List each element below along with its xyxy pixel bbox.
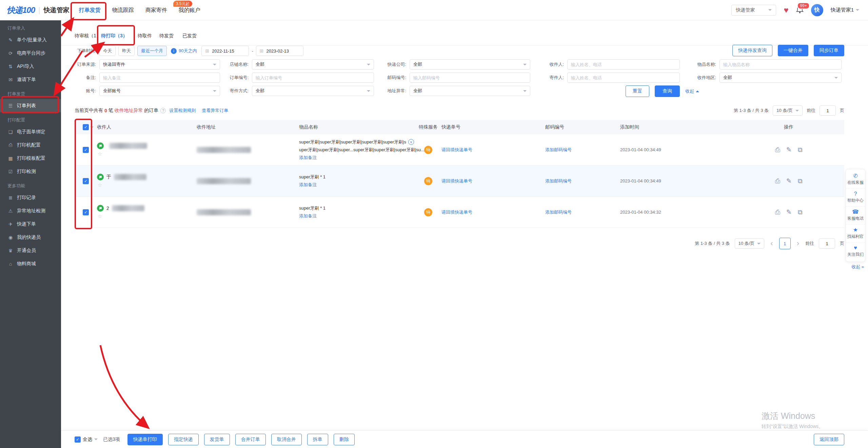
- select-all-checkbox[interactable]: [75, 436, 81, 443]
- follow-us-item[interactable]: ♥关注我们: [846, 242, 865, 260]
- fill-tracking-link[interactable]: 请回填快递单号: [441, 147, 472, 153]
- delete-button[interactable]: 删除: [334, 434, 355, 445]
- edit-icon[interactable]: ✎: [786, 147, 792, 153]
- help-question-icon[interactable]: ?: [160, 108, 166, 113]
- collapse-float-panel-link[interactable]: 收起: [851, 264, 864, 270]
- nav-item-print-ship[interactable]: 打单发货: [79, 0, 101, 20]
- sidebar-item-api-import[interactable]: ⇅API导入: [0, 60, 61, 73]
- sidebar-item-print-check[interactable]: ☑打印检测: [0, 165, 61, 178]
- cancel-merge-button[interactable]: 取消合并: [271, 434, 302, 445]
- assign-express-button[interactable]: 指定快递: [168, 434, 199, 445]
- sidebar-item-esheet-bind[interactable]: ❏电子面单绑定: [0, 125, 61, 138]
- workspace-select[interactable]: 快递管家: [731, 5, 776, 16]
- collapse-filters-link[interactable]: 收起: [685, 88, 699, 94]
- sidebar-item-single-batch-entry[interactable]: ✎单个/批量录入: [0, 33, 61, 46]
- reset-button[interactable]: 重置: [626, 85, 649, 97]
- star-icon[interactable]: ☆: [98, 213, 144, 219]
- sidebar-item-order-list[interactable]: ☰订单列表: [0, 99, 61, 112]
- row-checkbox[interactable]: [83, 147, 89, 153]
- split-order-button[interactable]: 拆单: [307, 434, 328, 445]
- sync-orders-button[interactable]: 同步订单: [814, 45, 844, 56]
- add-note-link[interactable]: 添加备注: [299, 213, 326, 219]
- favorite-heart-icon[interactable]: ♥: [784, 6, 788, 14]
- add-sheet-link[interactable]: 添加邮码编号: [545, 209, 572, 215]
- search-button[interactable]: 查询: [655, 85, 680, 97]
- sidebar-item-my-courier[interactable]: ◉我的快递员: [0, 231, 61, 244]
- goto-page-input[interactable]: [819, 238, 835, 249]
- welfare-officer-item[interactable]: ★找福利官: [846, 225, 865, 242]
- row-checkbox[interactable]: [83, 178, 89, 184]
- star-icon[interactable]: ☆: [98, 151, 147, 157]
- sidebar-item-invite-order[interactable]: ✉邀请下单: [0, 73, 61, 86]
- recipient-area-select[interactable]: 全部: [719, 73, 842, 83]
- add-sheet-link[interactable]: 添加邮码编号: [545, 147, 572, 153]
- account-menu[interactable]: 快递管家1: [831, 7, 859, 13]
- fill-tracking-link[interactable]: 请回填快递单号: [441, 209, 472, 215]
- add-sheet-link[interactable]: 添加邮码编号: [545, 178, 572, 184]
- time-quick-last-month[interactable]: 最近一个月: [137, 46, 167, 56]
- sidebar-item-vip[interactable]: ♛开通会员: [0, 244, 61, 257]
- print-icon[interactable]: ⎙: [775, 178, 780, 184]
- page-size-select[interactable]: 10 条/页: [773, 105, 803, 116]
- print-waybill-button[interactable]: 快递单打印: [127, 434, 163, 445]
- address-anomaly-select[interactable]: 全部: [410, 86, 530, 96]
- sidebar-item-address-check[interactable]: ⚠异常地址检测: [0, 204, 61, 217]
- send-method-select[interactable]: 全部: [252, 86, 374, 96]
- remark-input[interactable]: [103, 75, 216, 80]
- sidebar-item-express-order[interactable]: ✈快递下单: [0, 217, 61, 231]
- tab-pending-pickup[interactable]: 待取件: [138, 26, 152, 45]
- merge-orders-button[interactable]: 合并订单: [235, 434, 266, 445]
- tab-pending-review[interactable]: 待审核（1）: [75, 26, 101, 45]
- sheet-no-input[interactable]: [413, 75, 527, 80]
- back-to-top-button[interactable]: 返回顶部: [814, 434, 844, 445]
- notification-bell[interactable]: 99+: [796, 5, 804, 15]
- prev-page-button[interactable]: ‹: [769, 239, 774, 248]
- avatar[interactable]: 快: [811, 4, 823, 16]
- selection-menu-icon[interactable]: [90, 126, 94, 130]
- sidebar-item-ecommerce-sync[interactable]: ⟳电商平台同步: [0, 46, 61, 60]
- view-anomaly-orders-link[interactable]: 查看异常订单: [202, 108, 228, 114]
- order-no-input[interactable]: [256, 75, 370, 80]
- copy-icon[interactable]: ⧉: [798, 178, 803, 184]
- time-quick-yesterday[interactable]: 昨天: [118, 46, 135, 56]
- account-select[interactable]: 全部账号: [99, 86, 220, 96]
- set-check-rules-link[interactable]: 设置检测规则: [169, 108, 196, 114]
- row-checkbox[interactable]: [83, 209, 89, 215]
- date-from-picker[interactable]: ⊞2022-11-15: [201, 46, 249, 56]
- page-size-select[interactable]: 10 条/页: [735, 238, 765, 249]
- tab-shipped[interactable]: 已发货: [182, 26, 197, 45]
- next-page-button[interactable]: ›: [795, 239, 801, 248]
- copy-icon[interactable]: ⧉: [798, 147, 803, 153]
- copy-icon[interactable]: ⧉: [798, 209, 803, 215]
- fill-tracking-link[interactable]: 请回填快递单号: [441, 178, 472, 184]
- expand-goods-icon[interactable]: ∨: [408, 139, 414, 145]
- shipping-list-button[interactable]: 发货单: [204, 434, 230, 445]
- sidebar-item-print-records[interactable]: ≣打印记录: [0, 191, 61, 204]
- shop-name-select[interactable]: 全部: [252, 59, 374, 70]
- order-source-select[interactable]: 快递回寄件: [99, 59, 220, 70]
- goto-page-input[interactable]: [820, 105, 836, 116]
- sidebar-item-printer-config[interactable]: ⎙打印机配置: [0, 138, 61, 152]
- sender-input[interactable]: [571, 75, 676, 80]
- date-to-picker[interactable]: ⊞2023-02-13: [256, 46, 303, 56]
- service-phone-item[interactable]: ☎客服电话: [846, 207, 865, 225]
- current-page-button[interactable]: 1: [779, 238, 791, 249]
- edit-icon[interactable]: ✎: [786, 209, 792, 215]
- online-service-item[interactable]: ✆在线客服: [846, 171, 865, 189]
- one-key-merge-button[interactable]: 一键合并: [778, 45, 808, 56]
- tab-pending-ship[interactable]: 待发货: [159, 26, 174, 45]
- nav-item-merchant-send[interactable]: 商家寄件: [145, 0, 167, 20]
- express-company-select[interactable]: 全部: [410, 59, 530, 70]
- recipient-input[interactable]: [571, 62, 676, 67]
- add-note-link[interactable]: 添加备注: [299, 182, 326, 188]
- sidebar-item-material-mall[interactable]: ⌂物料商城: [0, 257, 61, 270]
- nav-item-tracking[interactable]: 物流跟踪: [112, 0, 134, 20]
- star-icon[interactable]: ☆: [98, 182, 146, 188]
- time-quick-today[interactable]: 今天: [99, 46, 116, 56]
- stop-dispatch-query-button[interactable]: 快递停发查询: [732, 45, 772, 56]
- help-center-item[interactable]: ?帮助中心: [846, 189, 865, 207]
- print-icon[interactable]: ⎙: [775, 209, 780, 215]
- select-all-checkbox[interactable]: [83, 124, 89, 130]
- sidebar-item-template-config[interactable]: ▦打印模板配置: [0, 152, 61, 165]
- goods-name-input[interactable]: [723, 62, 838, 67]
